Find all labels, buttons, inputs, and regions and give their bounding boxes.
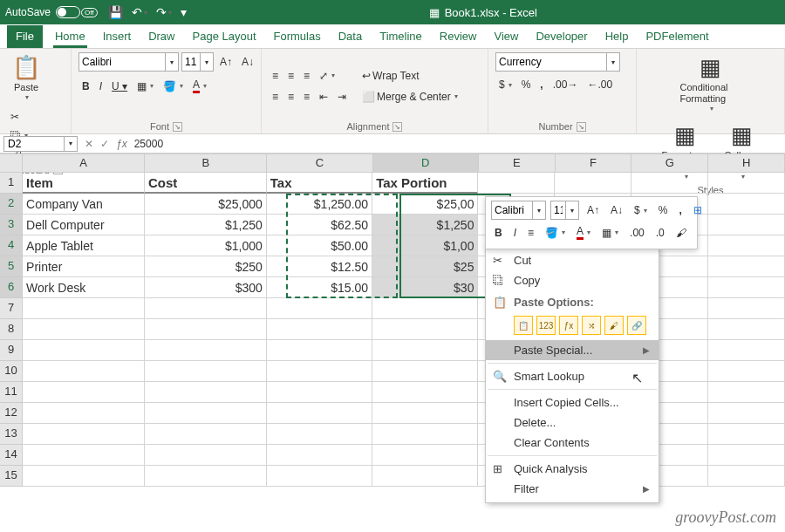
mini-accounting-icon[interactable]: $: [631, 202, 651, 218]
cell-C4[interactable]: $50.00: [267, 235, 372, 256]
align-left-icon[interactable]: ≡: [269, 89, 282, 105]
cell-B6[interactable]: $300: [145, 277, 267, 298]
cell-A5[interactable]: Printer: [23, 256, 145, 277]
mini-table-icon[interactable]: ⊞: [690, 202, 706, 218]
cell-A2[interactable]: Company Van: [23, 194, 145, 215]
decrease-decimal-icon[interactable]: ←.00: [584, 77, 616, 92]
alignment-dialog-icon[interactable]: ↘: [392, 122, 402, 132]
tab-pdfelement[interactable]: PDFelement: [637, 25, 717, 48]
percent-button[interactable]: %: [518, 77, 535, 92]
align-middle-icon[interactable]: ≡: [284, 68, 297, 84]
cell-A1[interactable]: Item: [23, 173, 145, 194]
paste-option-link-icon[interactable]: 🔗: [627, 316, 646, 335]
font-name-combo[interactable]: ▾: [78, 52, 179, 72]
cell-B1[interactable]: Cost: [145, 173, 267, 194]
cell-D6[interactable]: $30: [372, 277, 478, 298]
number-format-combo[interactable]: ▾: [495, 52, 620, 72]
col-F[interactable]: F: [556, 154, 632, 173]
number-dialog-icon[interactable]: ↘: [577, 122, 586, 132]
mini-fill-icon[interactable]: 🪣: [542, 225, 569, 241]
font-color-button[interactable]: A: [189, 77, 210, 95]
cell-D2[interactable]: $25,00: [372, 194, 478, 215]
mini-font-combo[interactable]: ▾: [491, 201, 546, 220]
col-E[interactable]: E: [479, 154, 556, 173]
decrease-font-icon[interactable]: A↓: [238, 52, 257, 72]
toggle-switch[interactable]: [56, 6, 80, 18]
name-box[interactable]: ▾: [3, 136, 78, 152]
mini-font-color-icon[interactable]: A: [573, 223, 594, 242]
paste-option-all-icon[interactable]: 📋: [514, 316, 533, 335]
wrap-text-button[interactable]: ↩ Wrap Text: [358, 68, 461, 84]
mini-bold-button[interactable]: B: [491, 225, 506, 241]
ctx-quick-analysis[interactable]: ⊞Quick Analysis: [486, 459, 659, 479]
decrease-indent-icon[interactable]: ⇤: [316, 89, 331, 105]
conditional-formatting-button[interactable]: ▦Conditional Formatting: [675, 52, 747, 115]
italic-button[interactable]: I: [96, 77, 106, 95]
align-center-icon[interactable]: ≡: [284, 89, 297, 105]
cell-C2[interactable]: $1,250.00: [267, 194, 372, 215]
ctx-clear-contents[interactable]: Clear Contents: [486, 433, 659, 453]
mini-italic-button[interactable]: I: [510, 225, 520, 241]
cell-D3[interactable]: $1,250: [372, 215, 478, 235]
merge-center-button[interactable]: ⬜ Merge & Center: [358, 89, 461, 105]
tab-view[interactable]: View: [485, 25, 527, 48]
col-A[interactable]: A: [23, 154, 145, 173]
save-icon[interactable]: 💾: [108, 5, 123, 19]
increase-decimal-icon[interactable]: .00→: [550, 77, 582, 92]
ctx-cut[interactable]: ✂Cut: [486, 250, 659, 270]
mini-border-icon[interactable]: ▦: [598, 225, 622, 241]
ctx-copy[interactable]: ⿻Copy: [486, 270, 659, 290]
tab-developer[interactable]: Developer: [527, 25, 596, 48]
undo-icon[interactable]: ↶: [132, 5, 147, 19]
cell-C5[interactable]: $12.50: [267, 256, 372, 277]
fx-icon[interactable]: ƒx: [116, 138, 127, 150]
increase-font-icon[interactable]: A↑: [216, 52, 236, 72]
select-all-corner[interactable]: [0, 154, 23, 173]
cell-B4[interactable]: $1,000: [145, 235, 267, 256]
cell-D4[interactable]: $1,00: [372, 235, 478, 256]
cancel-formula-icon[interactable]: ✕: [85, 138, 93, 150]
tab-draw[interactable]: Draw: [140, 25, 183, 48]
orientation-icon[interactable]: ⤢: [316, 68, 338, 84]
cell-C6[interactable]: $15.00: [267, 277, 372, 298]
tab-insert[interactable]: Insert: [94, 25, 140, 48]
cell-D5[interactable]: $25: [372, 256, 478, 277]
tab-help[interactable]: Help: [597, 25, 638, 48]
mini-decrease-font-icon[interactable]: A↓: [607, 202, 626, 218]
col-B[interactable]: B: [145, 154, 267, 173]
bold-button[interactable]: B: [78, 77, 93, 95]
paste-button[interactable]: 📋Paste: [7, 52, 45, 104]
font-size-combo[interactable]: ▾: [181, 52, 214, 72]
paste-option-transpose-icon[interactable]: ⤭: [582, 316, 601, 335]
col-D[interactable]: D: [373, 154, 479, 173]
border-button[interactable]: ▦: [133, 77, 157, 95]
tab-review[interactable]: Review: [431, 25, 486, 48]
col-C[interactable]: C: [267, 154, 372, 173]
cell-B5[interactable]: $250: [145, 256, 267, 277]
tab-data[interactable]: Data: [330, 25, 371, 48]
mini-comma-icon[interactable]: ,: [675, 202, 685, 218]
enter-formula-icon[interactable]: ✓: [100, 138, 109, 150]
align-right-icon[interactable]: ≡: [300, 89, 313, 105]
ctx-delete[interactable]: Delete...: [486, 413, 659, 433]
ctx-filter[interactable]: Filter▶: [486, 479, 659, 499]
col-H[interactable]: H: [708, 154, 785, 173]
increase-indent-icon[interactable]: ⇥: [334, 89, 350, 105]
cut-icon[interactable]: ✂: [7, 109, 31, 125]
paste-option-values-icon[interactable]: 123: [536, 316, 556, 335]
cell-A6[interactable]: Work Desk: [23, 277, 145, 298]
font-dialog-icon[interactable]: ↘: [173, 122, 182, 132]
cell-D1[interactable]: Tax Portion: [372, 173, 478, 194]
ctx-paste-special[interactable]: Paste Special...▶: [486, 340, 659, 360]
qat-more-icon[interactable]: ▾: [181, 5, 187, 19]
cell-C3[interactable]: $62.50: [267, 215, 372, 235]
mini-dec-decimal-icon[interactable]: .0: [652, 225, 668, 241]
cell-A3[interactable]: Dell Computer: [23, 215, 145, 235]
align-bottom-icon[interactable]: ≡: [300, 68, 313, 84]
cell-A4[interactable]: Apple Tablet: [23, 235, 145, 256]
comma-button[interactable]: ,: [536, 77, 546, 92]
mini-percent-icon[interactable]: %: [655, 202, 672, 218]
mini-size-combo[interactable]: ▾: [550, 201, 579, 220]
col-G[interactable]: G: [631, 154, 708, 173]
tab-timeline[interactable]: Timeline: [371, 25, 431, 48]
